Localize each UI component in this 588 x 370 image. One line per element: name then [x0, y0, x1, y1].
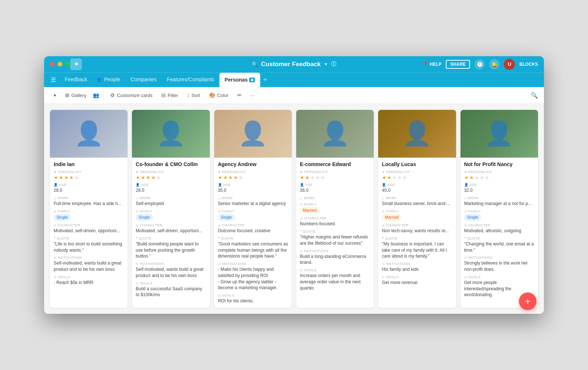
quote-label: ❝ QUOTE	[136, 237, 206, 240]
character-value: Motivated, self-driven, opportuni...	[136, 228, 206, 234]
nav-people-icon: 👥	[97, 77, 103, 82]
quote-icon: ❝	[54, 237, 56, 240]
nav-companies-label: Companies	[130, 76, 157, 82]
quote-label: ❝ QUOTE	[382, 237, 452, 240]
persona-card-andrew[interactable]: 👤 Agency Andrew ★ PERSONA FIT ★★★★★ 👤 AG…	[214, 110, 292, 308]
card-body-andrew: Agency Andrew ★ PERSONA FIT ★★★★★ 👤 AGE …	[214, 158, 292, 308]
motivations-icon: ◎	[300, 249, 303, 253]
star-icon: ★	[136, 170, 139, 174]
title-search-icon: 🔍	[252, 61, 258, 67]
add-tab-button[interactable]: +	[260, 73, 270, 87]
close-button[interactable]	[50, 62, 55, 67]
app-window: ✦ 🔍 Customer Feedback ▼ ⓘ ❓ HELP SHARE 🕐…	[44, 56, 544, 314]
work-icon: △	[136, 196, 139, 200]
nav-people[interactable]: 👥 People	[92, 73, 125, 87]
title-dropdown-arrow[interactable]: ▼	[324, 62, 328, 67]
family-icon: ◎	[464, 209, 467, 213]
goals-icon: ◎	[136, 281, 139, 285]
fab-plus-icon: +	[525, 295, 531, 307]
user-avatar[interactable]: U	[504, 59, 515, 70]
notification-button[interactable]: 🔔	[489, 59, 499, 69]
persona-card-indie-ian[interactable]: 👤 Indie Ian ★ PERSONA FIT ★★★★★ 👤 AGE 28…	[50, 110, 128, 308]
persona-card-nancy[interactable]: 👤 Not for Profit Nancy ★ PERSONA FIT ★★★…	[460, 110, 538, 308]
maximize-button[interactable]	[65, 62, 70, 67]
group-by-button[interactable]: 👥	[92, 91, 100, 100]
motivations-icon: ◎	[136, 262, 139, 266]
edit-button[interactable]: ✏	[234, 90, 245, 100]
character-label: ◎ CHARACTER	[54, 223, 124, 227]
nav-personas[interactable]: Personas ⊕	[219, 73, 260, 87]
motivations-label: ◎ MOTIVATIONS	[300, 249, 370, 253]
goals-value: Increase orders per month and average or…	[300, 273, 370, 291]
age-label: 👤 AGE	[54, 183, 124, 187]
persona-fit-stars: ★★★★★	[218, 175, 288, 180]
goals-icon: ◎	[300, 268, 303, 272]
search-button[interactable]: 🔍	[531, 92, 538, 98]
add-persona-fab[interactable]: +	[519, 292, 537, 310]
goals-icon: ◎	[382, 275, 385, 279]
motivations-icon: ◎	[218, 262, 221, 266]
clock-button[interactable]: 🕐	[474, 59, 485, 69]
minimize-button[interactable]	[58, 62, 62, 67]
card-body-edward: E-commerce Edward ★ PERSONA FIT ★★★★★ 👤 …	[296, 158, 374, 295]
character-icon: ◎	[300, 216, 303, 220]
persona-fit-stars: ★★★★★	[136, 175, 206, 180]
age-label: 👤 AGE	[300, 183, 370, 187]
persona-card-lucas[interactable]: 👤 Locally Lucas ★ PERSONA FIT ★★★★★ 👤 AG…	[378, 110, 456, 308]
persona-fit-label: ★ PERSONA FIT	[54, 170, 124, 174]
motivations-value: His family and kids	[382, 266, 452, 273]
persona-fit-label: ★ PERSONA FIT	[464, 170, 534, 174]
persona-name: Co-founder & CMO Collin	[136, 161, 206, 167]
card-body-collin: Co-founder & CMO Collin ★ PERSONA FIT ★★…	[132, 158, 209, 302]
person-silhouette-edward: 👤	[296, 110, 374, 158]
motivations-value: Strongly believes in the work her non-pr…	[464, 260, 534, 273]
title-info-icon[interactable]: ⓘ	[331, 61, 336, 68]
customize-cards-button[interactable]: ⚙ Customize cards	[107, 90, 156, 100]
age-icon: 👤	[300, 183, 304, 187]
nav-people-label: People	[104, 76, 120, 82]
motivations-label: ◎ MOTIVATIONS	[382, 262, 452, 266]
star-icon: ★	[218, 170, 221, 174]
work-label: △ WORK	[382, 196, 452, 200]
goals-value: ROI for his clients.	[218, 298, 288, 304]
view-toggle-button[interactable]: ▾	[50, 91, 60, 100]
sort-button[interactable]: ↕ Sort	[183, 90, 204, 100]
work-value: Full-time employee. Has a side h...	[54, 201, 124, 207]
character-icon: ◎	[54, 223, 57, 227]
customize-icon: ⚙	[110, 92, 115, 98]
character-label: ◎ CHARACTER	[300, 216, 370, 220]
character-value: Motivated, self-driven, opportuni...	[54, 228, 124, 234]
age-value: 45.0	[382, 187, 452, 194]
quote-icon: ❝	[218, 237, 220, 240]
persona-card-collin[interactable]: 👤 Co-founder & CMO Collin ★ PERSONA FIT …	[132, 110, 209, 308]
persona-image-lucas: 👤	[378, 110, 456, 158]
quote-value: "Build something people want to use befo…	[136, 241, 206, 259]
persona-name: Indie Ian	[54, 161, 124, 167]
filter-button[interactable]: ⊟ Filter	[158, 90, 182, 100]
work-value: Senior marketer at a digital agency	[218, 201, 288, 207]
hamburger-menu[interactable]: ☰	[47, 73, 60, 87]
goals-label: ◎ GOALS	[54, 275, 124, 279]
blocks-label[interactable]: BLOCKS	[519, 62, 538, 67]
age-value: 35.0	[218, 187, 288, 194]
sort-label: Sort	[191, 93, 200, 98]
person-silhouette-andrew: 👤	[214, 110, 292, 158]
family-icon: ◎	[382, 209, 385, 213]
family-tag: Single	[218, 214, 235, 221]
help-button[interactable]: ❓ HELP	[423, 62, 441, 67]
nav-companies[interactable]: Companies	[125, 73, 162, 87]
gallery-view-button[interactable]: ⊞ Gallery	[61, 90, 90, 100]
age-label: 👤 AGE	[464, 183, 534, 187]
nav-feedback[interactable]: Feedback	[60, 73, 92, 87]
work-label: △ WORK	[218, 196, 288, 200]
color-button[interactable]: 🎨 Color	[205, 90, 232, 100]
share-button[interactable]: SHARE	[446, 60, 470, 69]
toolbar: ▾ ⊞ Gallery 👥 ⚙ Customize cards ⊟ Filter…	[44, 87, 544, 104]
character-icon: ◎	[136, 223, 139, 227]
quote-label: ❝ QUOTE	[218, 237, 288, 240]
nav-features[interactable]: Features/Complaints	[162, 73, 219, 87]
personas-grid: 👤 Indie Ian ★ PERSONA FIT ★★★★★ 👤 AGE 28…	[50, 110, 538, 308]
share-label: SHARE	[450, 62, 466, 67]
more-options-button[interactable]: ···	[247, 91, 258, 100]
persona-card-edward[interactable]: 👤 E-commerce Edward ★ PERSONA FIT ★★★★★ …	[296, 110, 374, 308]
